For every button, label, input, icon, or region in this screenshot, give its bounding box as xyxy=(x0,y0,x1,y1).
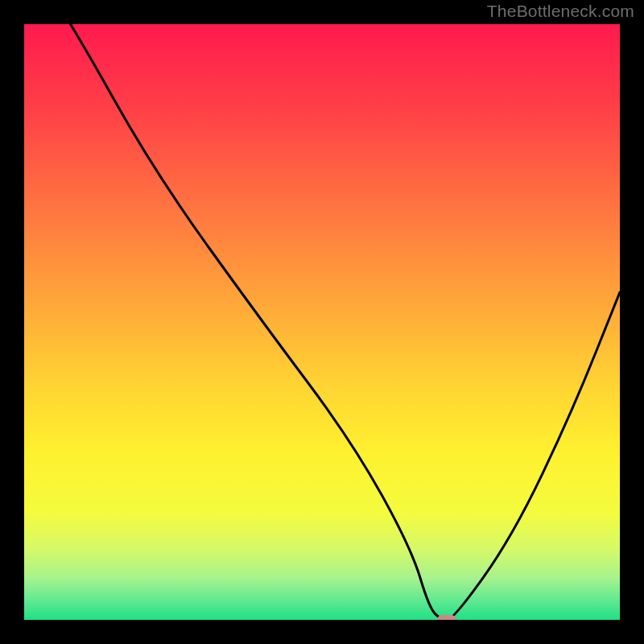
plot-area xyxy=(24,24,620,620)
watermark-text: TheBottleneck.com xyxy=(487,2,634,21)
chart-frame: TheBottleneck.com xyxy=(0,0,644,644)
bottleneck-curve xyxy=(24,24,620,620)
optimal-marker xyxy=(437,615,456,620)
